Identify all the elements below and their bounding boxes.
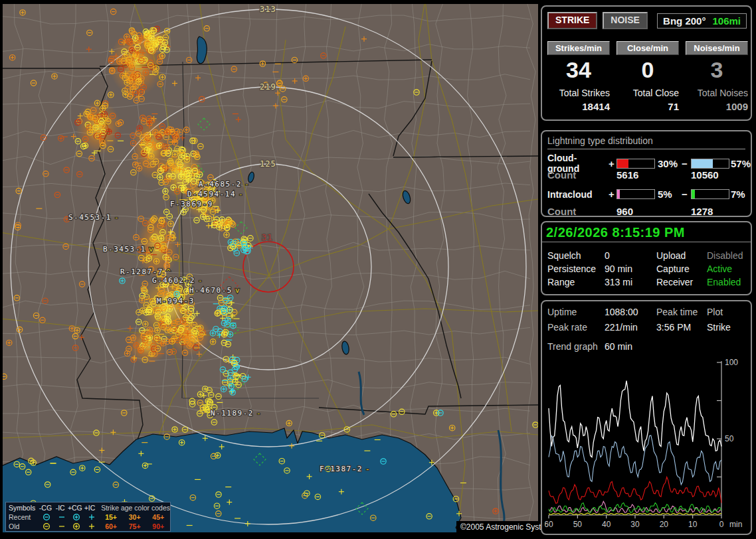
svg-text:100: 100 [725, 358, 738, 367]
svg-text:125: 125 [260, 159, 276, 169]
ic-positive-bar [616, 189, 655, 199]
age-30: 30+ [123, 513, 147, 521]
bearing-label: Bng 200° [663, 15, 706, 27]
rate-value-row: 34 0 3 [547, 57, 745, 82]
total-close: Total Close 71 [616, 88, 679, 112]
strike-toggle-button[interactable]: STRIKE [547, 12, 597, 29]
plus-sign: + [609, 189, 616, 200]
noises-per-min-value: 3 [686, 57, 748, 82]
legend-symbols-label: Symbols [9, 504, 38, 512]
squelch-label: Squelch [547, 250, 605, 261]
age-75: 75+ [123, 522, 147, 530]
distribution-panel: Lightning type distribution Cloud-ground… [541, 130, 752, 217]
total-strikes: Total Strikes 18414 [547, 88, 610, 112]
svg-text:313: 313 [260, 5, 276, 14]
close-per-min-chip: Close/min [616, 41, 679, 55]
ic-negative-bar [691, 189, 729, 199]
plot-label: Plot [707, 307, 745, 317]
peak-rate-value: 221/min [605, 322, 656, 333]
legend-col-pos-ic: +IC [82, 504, 97, 512]
cg-positive-pct: 30% [655, 158, 682, 169]
bearing-distance: 106mi [712, 15, 741, 27]
count-label: Count [547, 206, 616, 217]
trend-graph: 100506050403020100min [545, 357, 749, 534]
legend-recent-row: Recent 15+ 30+ 45+ [9, 512, 170, 522]
total-close-label: Total Close [616, 88, 679, 98]
svg-text:S-4553-1-: S-4553-1- [68, 213, 120, 222]
plot-value: Strike [707, 322, 745, 333]
receiver-label: Receiver [656, 277, 707, 287]
age-60: 60+ [99, 522, 123, 530]
svg-text:20: 20 [660, 520, 669, 529]
nexstorm-app: 31321912531S-4553-1-A-4685-2-D-4594-14-F… [0, 0, 756, 539]
persistence-label: Persistence [547, 264, 605, 274]
plus-icon [84, 513, 100, 521]
strikes-per-min-chip: Strikes/min [547, 41, 610, 55]
intracloud-label: Intracloud [547, 189, 609, 200]
circle-minus-icon [39, 522, 54, 530]
totals-row: Total Strikes 18414 Total Close 71 Total… [547, 88, 745, 112]
status-row-1: Squelch 0 Upload Disabled [547, 250, 745, 261]
legend-age-label: Strike age color codes [101, 504, 170, 512]
distribution-header: Lightning type distribution [547, 135, 745, 149]
rate-chip-row: Strikes/min Close/min Noises/min [547, 41, 745, 55]
range-label: Range [547, 277, 605, 287]
persistence-value: 90 min [605, 264, 656, 274]
svg-text:50: 50 [725, 434, 734, 443]
circle-minus-icon [39, 513, 54, 521]
bearing-readout: Bng 200°106mi [657, 13, 747, 29]
legend-col-pos-cg: +CG [68, 504, 82, 512]
upload-value: Disabled [707, 250, 745, 261]
peak-time-label: Peak time [656, 307, 707, 317]
total-strikes-label: Total Strikes [547, 88, 610, 98]
strike-map[interactable]: 31321912531S-4553-1-A-4685-2-D-4594-14-F… [3, 4, 538, 532]
receiver-value: Enabled [707, 277, 745, 287]
close-per-min-value: 0 [616, 57, 679, 82]
minus-sign: − [682, 158, 691, 169]
minus-icon [54, 522, 69, 530]
svg-text:F-3869-9: F-3869-9 [170, 200, 213, 208]
svg-text:D-4594-14-: D-4594-14- [187, 190, 244, 198]
svg-text:A-4685-2-: A-4685-2- [199, 180, 250, 189]
peak-rate-label: Peak rate [547, 322, 605, 333]
svg-text:G-4602-2-: G-4602-2- [152, 276, 203, 285]
age-90: 90+ [146, 522, 170, 530]
svg-text:60: 60 [545, 520, 553, 529]
status-row-3: Range 313 mi Receiver Enabled [547, 277, 745, 287]
legend-header-row: Symbols -CG -IC +CG +IC Strike age color… [9, 503, 170, 512]
ic-positive-pct: 5% [655, 189, 682, 200]
age-15: 15+ [99, 513, 123, 521]
capture-label: Capture [656, 264, 707, 274]
cg-negative-pct: 57% [728, 158, 748, 169]
total-noises-value: 1009 [686, 101, 748, 112]
svg-text:40: 40 [602, 520, 611, 529]
age-45: 45+ [146, 513, 170, 521]
minus-icon [54, 513, 69, 521]
map-legend: Symbols -CG -IC +CG +IC Strike age color… [5, 502, 171, 532]
noise-toggle-button[interactable]: NOISE [603, 12, 648, 29]
trend-graph-row: Trend graph 60 min [547, 341, 745, 352]
total-noises-label: Total Noises [686, 88, 748, 98]
cloud-ground-count-row: Count 5616 10560 [547, 169, 745, 181]
circle-plus-icon [69, 522, 84, 530]
total-noises: Total Noises 1009 [686, 88, 748, 112]
range-value: 313 mi [605, 277, 656, 287]
svg-text:min: min [729, 520, 742, 529]
capture-value: Active [707, 264, 745, 274]
svg-text:30: 30 [630, 520, 640, 529]
svg-text:219: 219 [260, 82, 276, 92]
svg-text:31: 31 [262, 233, 272, 242]
ic-negative-pct: 7% [728, 189, 748, 200]
perf-row-2: Peak rate 221/min 3:56 PM Strike [547, 322, 745, 333]
map-canvas[interactable]: 31321912531S-4553-1-A-4685-2-D-4594-14-F… [3, 4, 538, 532]
ic-negative-count: 1278 [691, 206, 745, 217]
squelch-value: 0 [605, 250, 656, 261]
trend-panel: Uptime 1088:00 Peak time Plot Peak rate … [541, 300, 752, 535]
svg-text:H-4670-5v: H-4670-5v [189, 286, 240, 295]
svg-text:10: 10 [688, 520, 698, 529]
plus-icon [84, 522, 100, 530]
minus-sign: − [682, 189, 691, 200]
perf-row-1: Uptime 1088:00 Peak time Plot [547, 307, 745, 317]
trend-graph-label: Trend graph [547, 341, 605, 352]
noises-per-min-chip: Noises/min [686, 41, 748, 55]
